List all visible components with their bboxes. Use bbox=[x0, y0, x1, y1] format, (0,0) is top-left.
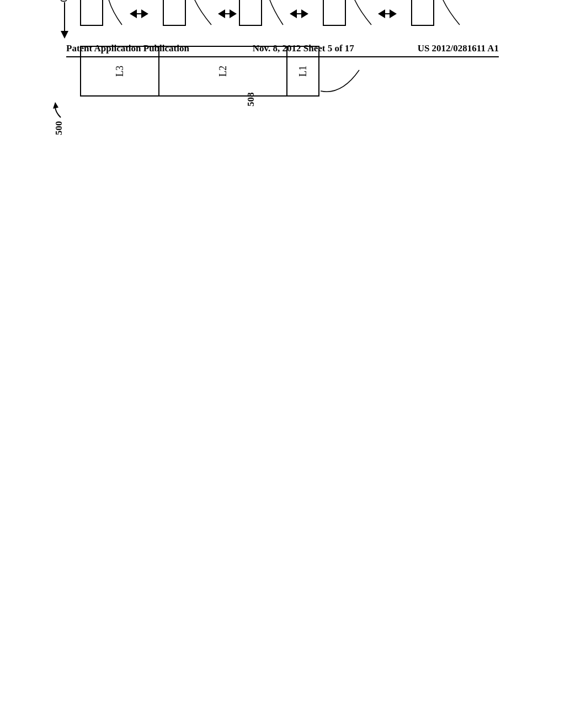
label-radio-bearers: Radio Bearers bbox=[151, 0, 161, 26]
rrc-wrap: RRC 516 bbox=[80, 0, 130, 26]
diagram-body: L3 L2 L1 508 RRC 516 Radio Bearers PDCP bbox=[80, 0, 466, 97]
box-pdcp: PDCP bbox=[163, 0, 186, 26]
control-plane-label: Control-plane bbox=[58, 0, 70, 2]
box-rrc: RRC bbox=[80, 0, 103, 26]
leader-516 bbox=[105, 0, 127, 26]
rlc-wrap: RLC 512 bbox=[239, 0, 290, 26]
layer-column-wrap: L3 L2 L1 508 bbox=[80, 46, 466, 97]
svg-marker-0 bbox=[53, 102, 58, 109]
layer-l3: L3 bbox=[81, 47, 159, 95]
arrow-rrc-pdcp bbox=[130, 9, 148, 18]
phy-wrap: Physical Layer 506 bbox=[411, 0, 466, 26]
pdcp-wrap: PDCP 514 bbox=[163, 0, 218, 26]
plane-arrows-row: Control-plane User-plane bbox=[58, 0, 70, 97]
layer-column: L3 L2 L1 bbox=[80, 46, 319, 97]
box-rlc: RLC bbox=[239, 0, 262, 26]
layer-l1: L1 bbox=[287, 47, 318, 95]
leader-510 bbox=[348, 0, 376, 26]
box-mac: MAC bbox=[323, 0, 346, 26]
leader-506 bbox=[436, 0, 464, 26]
label-transport-channels: Transport Channels bbox=[399, 0, 409, 26]
control-plane-arrow bbox=[61, 2, 68, 39]
arrow-rlc-mac bbox=[290, 9, 308, 18]
figure-number-500: 500 bbox=[53, 102, 65, 135]
layer-l2: L2 bbox=[159, 47, 287, 95]
figure-5-diagram: Control-plane User-plane L3 L2 L1 508 bbox=[58, 0, 445, 97]
protocol-stack: RRC 516 Radio Bearers PDCP 514 RLC bbox=[80, 0, 466, 26]
label-logical-channels: Logical Channels bbox=[311, 0, 321, 26]
mac-wrap: MAC 510 bbox=[323, 0, 378, 26]
leader-512 bbox=[264, 0, 287, 26]
leader-514 bbox=[188, 0, 216, 26]
curve-arrow-500 bbox=[53, 102, 64, 119]
arrow-mac-phy bbox=[378, 9, 397, 18]
ref-508: 508 bbox=[246, 93, 257, 107]
arrow-pdcp-rlc bbox=[218, 9, 237, 18]
box-physical-layer: Physical Layer bbox=[411, 0, 434, 26]
leader-508 bbox=[319, 63, 364, 97]
ref-500: 500 bbox=[54, 121, 64, 136]
